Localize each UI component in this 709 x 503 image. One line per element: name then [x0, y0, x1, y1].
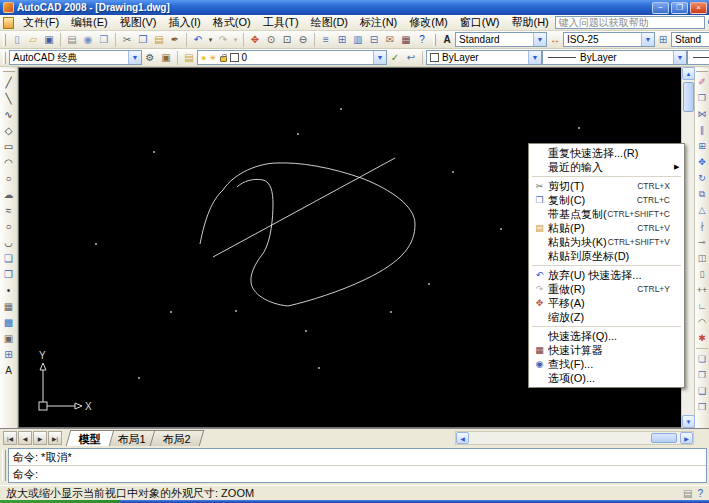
- explode-button[interactable]: ✱: [695, 330, 709, 346]
- 帮助(H)[interactable]: 帮助(H): [506, 14, 555, 31]
- cm-copy[interactable]: ❐ 复制(C) CTRL+C: [529, 193, 684, 207]
- help-search-input[interactable]: 键入问题以获取帮助: [555, 16, 705, 29]
- layer-lock-icon[interactable]: [220, 56, 227, 62]
- cm-paste[interactable]: ▤ 粘贴(P) CTRL+V: [529, 221, 684, 235]
- cm-find[interactable]: ◉ 查找(F)...: [529, 357, 684, 371]
- workspace-settings-button[interactable]: ⚙: [142, 50, 158, 66]
- tab-nav-button[interactable]: ▶: [33, 431, 47, 445]
- ellipse-arc-button[interactable]: ◡: [1, 234, 17, 250]
- publish-button[interactable]: ❒: [96, 32, 112, 48]
- 窗口(W)[interactable]: 窗口(W): [454, 14, 506, 31]
- cm-copy-with-base-point[interactable]: 带基点复制(B) CTRL+SHIFT+C: [529, 207, 684, 221]
- autocad-app-icon[interactable]: [3, 2, 14, 13]
- color-combo[interactable]: ByLayer ▼: [426, 50, 542, 65]
- context-menu-item[interactable]: [532, 326, 681, 327]
- cm-paste-as-block[interactable]: 粘贴为块(K) CTRL+SHIFT+V: [529, 235, 684, 249]
- arc-button[interactable]: ◠: [1, 154, 17, 170]
- toolbar-button[interactable]: [243, 33, 244, 47]
- plot-preview-button[interactable]: ◉: [80, 32, 96, 48]
- mirror-button[interactable]: ⋈: [695, 106, 709, 122]
- construction-line-button[interactable]: ╲: [1, 90, 17, 106]
- toolbar-grip[interactable]: [696, 69, 708, 72]
- toolbar-button[interactable]: [60, 33, 61, 47]
- scroll-right-icon[interactable]: ▶: [680, 432, 693, 444]
- tool-palettes-button[interactable]: ▥: [350, 32, 366, 48]
- make-object-layer-current-button[interactable]: ✓: [387, 50, 403, 66]
- array-button[interactable]: ⊞: [695, 138, 709, 154]
- toolbar-button[interactable]: [115, 33, 116, 47]
- 布局2[interactable]: 布局2: [150, 430, 205, 446]
- minimize-button[interactable]: −: [652, 2, 669, 14]
- properties-button[interactable]: ≡: [318, 32, 334, 48]
- tab-nav-button[interactable]: ◀: [18, 431, 32, 445]
- layer-on-bulb-icon[interactable]: ●: [201, 53, 206, 63]
- layer-combo[interactable]: ● ☀ 0 ▼: [197, 50, 387, 65]
- spline-button[interactable]: ≈: [1, 202, 17, 218]
- chamfer-button[interactable]: ∟: [695, 298, 709, 314]
- scrollbar-thumb[interactable]: [651, 433, 677, 443]
- erase-button[interactable]: ✐: [695, 74, 709, 90]
- polygon-button[interactable]: ◇: [1, 122, 17, 138]
- plot-button[interactable]: ▤: [64, 32, 80, 48]
- revision-cloud-button[interactable]: ☁: [1, 186, 17, 202]
- draworder-above-button[interactable]: ❑: [695, 383, 709, 399]
- workspace-combo[interactable]: AutoCAD 经典 ▼: [9, 50, 142, 65]
- draworder-back-button[interactable]: ❐: [695, 367, 709, 383]
- cm-cut[interactable]: ✂ 剪切(T) CTRL+X: [529, 179, 684, 193]
- cm-zoom[interactable]: ⊕ 缩放(Z): [529, 310, 684, 324]
- toolbar-grip[interactable]: [433, 34, 436, 46]
- toolbar-grip[interactable]: [3, 52, 6, 64]
- 格式(O)[interactable]: 格式(O): [207, 14, 257, 31]
- point-button[interactable]: •: [1, 282, 17, 298]
- toolbar-button[interactable]: [186, 33, 187, 47]
- extend-button[interactable]: ⊸: [695, 234, 709, 250]
- move-button[interactable]: ✥: [695, 154, 709, 170]
- table-button[interactable]: ⊞: [1, 346, 17, 362]
- cut-button[interactable]: ✂: [119, 32, 135, 48]
- scroll-up-icon[interactable]: ▲: [682, 67, 695, 80]
- designcenter-button[interactable]: ⊞: [334, 32, 350, 48]
- hatch-button[interactable]: ▦: [1, 298, 17, 314]
- offset-button[interactable]: ∥: [695, 122, 709, 138]
- table-style-button[interactable]: ⊞: [655, 32, 671, 48]
- 视图(V)[interactable]: 视图(V): [114, 14, 163, 31]
- tab-nav-button[interactable]: |◀: [3, 431, 17, 445]
- help-tray-icon[interactable]: ?: [697, 488, 703, 499]
- 标注(N)[interactable]: 标注(N): [354, 14, 403, 31]
- layer-previous-button[interactable]: ↩: [403, 50, 419, 66]
- scrollbar-thumb[interactable]: [683, 82, 694, 112]
- match-properties-button[interactable]: ✒: [167, 32, 183, 48]
- cm-options[interactable]: 选项(O)...: [529, 371, 684, 385]
- zoom-realtime-button[interactable]: ⊙: [263, 32, 279, 48]
- cm-paste-to-original-coords[interactable]: 粘贴到原坐标(D): [529, 249, 684, 263]
- command-window-grip[interactable]: [2, 450, 6, 481]
- lineweight-combo[interactable]: [687, 50, 709, 65]
- layer-properties-button[interactable]: ▤: [181, 50, 197, 66]
- redo-dropdown[interactable]: ▾: [231, 32, 240, 48]
- fillet-button[interactable]: ◠: [695, 314, 709, 330]
- region-button[interactable]: ▣: [1, 330, 17, 346]
- 文件(F)[interactable]: 文件(F): [17, 14, 65, 31]
- redo-button[interactable]: ↷: [215, 32, 231, 48]
- dim-style-button[interactable]: ↔: [547, 32, 563, 48]
- tab-nav-button[interactable]: ▶|: [48, 431, 62, 445]
- context-menu-item[interactable]: [532, 265, 681, 266]
- layer-freeze-sun-icon[interactable]: ☀: [208, 53, 216, 63]
- chevron-down-icon[interactable]: ▼: [528, 51, 541, 64]
- break-button[interactable]: ▯: [695, 266, 709, 282]
- new-button[interactable]: ▯: [9, 32, 25, 48]
- line-button[interactable]: ╱: [1, 74, 17, 90]
- 插入(I)[interactable]: 插入(I): [162, 14, 206, 31]
- join-button[interactable]: ++: [695, 282, 709, 298]
- undo-button[interactable]: ↶: [190, 32, 206, 48]
- rotate-button[interactable]: ↻: [695, 170, 709, 186]
- 编辑(E)[interactable]: 编辑(E): [65, 14, 114, 31]
- polyline-button[interactable]: ∿: [1, 106, 17, 122]
- quickcalc-button[interactable]: ▦: [398, 32, 414, 48]
- close-button[interactable]: ×: [690, 2, 707, 14]
- multiline-text-button[interactable]: A: [1, 362, 17, 378]
- linetype-combo[interactable]: ByLayer ▼: [542, 50, 687, 65]
- 模型[interactable]: 模型: [66, 430, 115, 446]
- undo-dropdown[interactable]: ▾: [206, 32, 215, 48]
- text-style-button[interactable]: A: [439, 32, 455, 48]
